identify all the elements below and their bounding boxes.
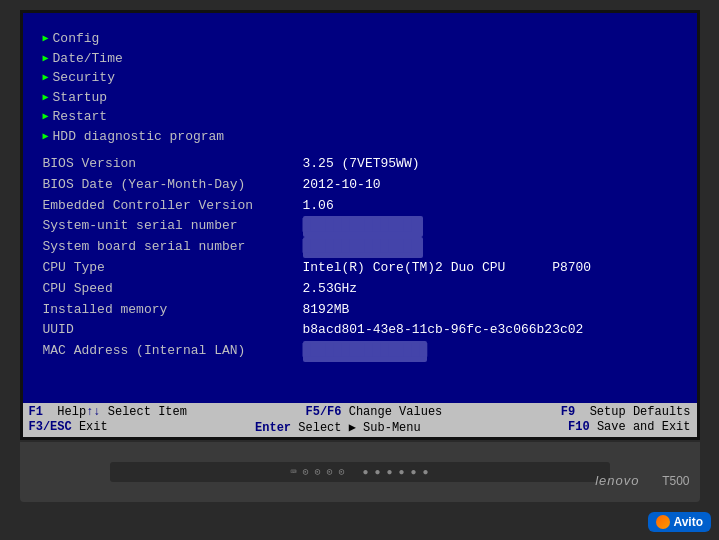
menu-label: Config bbox=[53, 29, 100, 49]
info-label: UUID bbox=[43, 320, 303, 341]
brand-label: lenovo bbox=[595, 473, 639, 488]
info-row-bios-date: BIOS Date (Year-Month-Day) 2012-10-10 bbox=[43, 175, 677, 196]
info-value: Intel(R) Core(TM)2 Duo CPU P8700 bbox=[303, 258, 592, 279]
avito-watermark: Avito bbox=[648, 512, 711, 532]
arrow-icon: ▶ bbox=[43, 70, 49, 85]
info-row-uuid: UUID b8acd801-43e8-11cb-96fc-e3c066b23c0… bbox=[43, 320, 677, 341]
key-f1: F1 Help↑↓ Select Item bbox=[29, 405, 187, 419]
menu-item-restart[interactable]: ▶ Restart bbox=[43, 107, 677, 127]
menu-label: Startup bbox=[53, 88, 108, 108]
info-row-system-serial: System-unit serial number ██████████████ bbox=[43, 216, 677, 237]
keyboard-strip: ⌨ ⊙ ⊙ ⊙ ⊙ ● ● ● ● ● ● bbox=[110, 462, 610, 482]
menu-item-datetime[interactable]: ▶ Date/Time bbox=[43, 49, 677, 69]
keyboard-indicator: ⌨ ⊙ ⊙ ⊙ ⊙ ● ● ● ● ● ● bbox=[290, 466, 428, 478]
screen-bezel: ▶ Config ▶ Date/Time ▶ Security ▶ Startu… bbox=[20, 10, 700, 440]
bios-menu: ▶ Config ▶ Date/Time ▶ Security ▶ Startu… bbox=[43, 29, 677, 146]
info-row-mac: MAC Address (Internal LAN) █████████████… bbox=[43, 341, 677, 362]
menu-label: HDD diagnostic program bbox=[53, 127, 225, 147]
menu-item-security[interactable]: ▶ Security bbox=[43, 68, 677, 88]
info-label: Installed memory bbox=[43, 300, 303, 321]
model-label: T500 bbox=[662, 474, 689, 488]
menu-label: Restart bbox=[53, 107, 108, 127]
menu-label: Date/Time bbox=[53, 49, 123, 69]
bios-info-table: BIOS Version 3.25 (7VET95WW) BIOS Date (… bbox=[43, 154, 677, 362]
info-value: 3.25 (7VET95WW) bbox=[303, 154, 420, 175]
arrow-icon: ▶ bbox=[43, 31, 49, 46]
bios-bottom-bar: F1 Help↑↓ Select Item F5/F6 Change Value… bbox=[23, 403, 697, 437]
arrow-icon: ▶ bbox=[43, 90, 49, 105]
info-row-cpu-speed: CPU Speed 2.53GHz bbox=[43, 279, 677, 300]
info-row-bios-version: BIOS Version 3.25 (7VET95WW) bbox=[43, 154, 677, 175]
info-label: CPU Type bbox=[43, 258, 303, 279]
info-value: b8acd801-43e8-11cb-96fc-e3c066b23c02 bbox=[303, 320, 584, 341]
info-value-redacted: ████████████████ bbox=[303, 341, 428, 362]
menu-label: Security bbox=[53, 68, 115, 88]
avito-label: Avito bbox=[673, 515, 703, 529]
info-label: System board serial number bbox=[43, 237, 303, 258]
info-value: 2012-10-10 bbox=[303, 175, 381, 196]
info-value: 2.53GHz bbox=[303, 279, 358, 300]
info-label: Embedded Controller Version bbox=[43, 196, 303, 217]
info-row-memory: Installed memory 8192MB bbox=[43, 300, 677, 321]
arrow-icon: ▶ bbox=[43, 51, 49, 66]
info-row-cpu-type: CPU Type Intel(R) Core(TM)2 Duo CPU P870… bbox=[43, 258, 677, 279]
key-f3esc: F3/ESC Exit bbox=[29, 420, 108, 435]
key-f5f6: F5/F6 Change Values bbox=[305, 405, 442, 419]
info-label: System-unit serial number bbox=[43, 216, 303, 237]
key-f10: F10 Save and Exit bbox=[568, 420, 690, 435]
laptop-body: ▶ Config ▶ Date/Time ▶ Security ▶ Startu… bbox=[0, 0, 719, 540]
avito-circle-icon bbox=[656, 515, 670, 529]
arrow-icon: ▶ bbox=[43, 109, 49, 124]
info-label: MAC Address (Internal LAN) bbox=[43, 341, 303, 362]
info-row-board-serial: System board serial number █████████████… bbox=[43, 237, 677, 258]
info-value-redacted: ██████████████ bbox=[303, 237, 423, 258]
info-value: 1.06 bbox=[303, 196, 334, 217]
info-row-ec-version: Embedded Controller Version 1.06 bbox=[43, 196, 677, 217]
menu-item-hdd[interactable]: ▶ HDD diagnostic program bbox=[43, 127, 677, 147]
menu-item-config[interactable]: ▶ Config bbox=[43, 29, 677, 49]
info-value-redacted: ██████████████ bbox=[303, 216, 423, 237]
keyboard-area: ⌨ ⊙ ⊙ ⊙ ⊙ ● ● ● ● ● ● lenovo T500 bbox=[20, 442, 700, 502]
menu-item-startup[interactable]: ▶ Startup bbox=[43, 88, 677, 108]
info-label: BIOS Version bbox=[43, 154, 303, 175]
key-f9: F9 Setup Defaults bbox=[561, 405, 691, 419]
info-label: BIOS Date (Year-Month-Day) bbox=[43, 175, 303, 196]
arrow-icon: ▶ bbox=[43, 129, 49, 144]
info-label: CPU Speed bbox=[43, 279, 303, 300]
bios-screen: ▶ Config ▶ Date/Time ▶ Security ▶ Startu… bbox=[43, 29, 677, 429]
key-enter: Enter Select ▶ Sub-Menu bbox=[255, 420, 421, 435]
info-value: 8192MB bbox=[303, 300, 350, 321]
